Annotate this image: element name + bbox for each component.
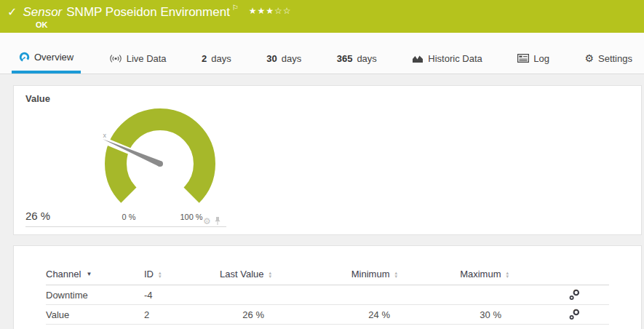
log-icon <box>517 54 529 63</box>
tab-365-days[interactable]: 365 days <box>330 33 384 74</box>
tab-label: Log <box>533 53 549 64</box>
cell-maximum: 30 % <box>397 309 509 320</box>
cell-channel[interactable]: Value <box>46 309 144 320</box>
tab-settings[interactable]: ⚙ Settings <box>577 33 640 74</box>
table-row-value: Value 2 26 % 24 % 30 % <box>46 305 609 325</box>
tab-live-data[interactable]: Live Data <box>102 33 174 74</box>
tab-label: days <box>211 53 231 64</box>
channel-table-panel: Channel ▼ ID ▴▾ Last Value ▴▾ Minimum ▴▾… <box>13 245 642 329</box>
header-label: ID <box>144 269 154 280</box>
live-data-icon <box>109 54 122 63</box>
gauge-settings-gear-icon[interactable]: ⚙ <box>203 217 211 226</box>
tab-number: 365 <box>337 53 353 64</box>
sensor-page: ✓ Sensor SNMP Poseidon Environment ⚐ ★★★… <box>0 0 644 329</box>
cell-id: -4 <box>144 290 202 301</box>
cell-channel[interactable]: Downtime <box>46 290 144 301</box>
cell-last-value: 26 % <box>202 309 271 320</box>
gauge-title: Value <box>25 93 50 104</box>
sensor-header: ✓ Sensor SNMP Poseidon Environment ⚐ ★★★… <box>0 0 644 33</box>
tab-label: days <box>282 53 301 64</box>
priority-stars[interactable]: ★★★☆☆ <box>249 6 292 16</box>
tab-bar: Overview Live Data 2 days 30 days 365 da… <box>0 33 644 74</box>
sort-desc-icon: ▼ <box>86 271 92 277</box>
gauge-icon <box>19 52 30 63</box>
header-minimum[interactable]: Minimum ▴▾ <box>271 269 397 280</box>
tab-30-days[interactable]: 30 days <box>259 33 309 74</box>
header-label: Maximum <box>460 269 501 280</box>
sensor-type-label: Sensor <box>23 5 62 20</box>
header-label: Last Value <box>220 269 263 280</box>
gauge-needle-label: x <box>103 132 107 139</box>
tab-label: days <box>357 53 376 64</box>
tab-label: Live Data <box>127 53 167 64</box>
status-badge: OK <box>36 20 48 29</box>
cell-minimum: 24 % <box>271 309 397 320</box>
header-label: Minimum <box>351 269 390 280</box>
sort-icons: ▴▾ <box>506 271 509 278</box>
star-empty-icons[interactable]: ☆☆ <box>274 6 292 16</box>
header-channel[interactable]: Channel ▼ <box>46 269 144 280</box>
gear-icon: ⚙ <box>584 53 594 63</box>
sort-icons: ▴▾ <box>159 271 162 278</box>
tab-log[interactable]: Log <box>510 33 557 74</box>
tab-2-days[interactable]: 2 days <box>194 33 239 74</box>
tab-label: Overview <box>34 52 73 63</box>
channel-settings-icon[interactable] <box>569 309 580 320</box>
status-check-icon: ✓ <box>7 5 17 20</box>
page-title: SNMP Poseidon Environment <box>66 5 230 20</box>
gauge-scale-min: 0 % <box>113 213 145 221</box>
gauge-divider <box>25 226 226 227</box>
historic-chart-icon <box>412 54 424 63</box>
cell-id: 2 <box>144 309 202 320</box>
header-id[interactable]: ID ▴▾ <box>144 269 202 280</box>
tab-overview[interactable]: Overview <box>12 33 81 74</box>
channel-table: Channel ▼ ID ▴▾ Last Value ▴▾ Minimum ▴▾… <box>14 263 641 325</box>
tab-label: Historic Data <box>428 53 482 64</box>
channel-settings-icon[interactable] <box>569 289 580 301</box>
gauge-chart: x <box>52 100 270 228</box>
header-last-value[interactable]: Last Value ▴▾ <box>202 269 271 280</box>
gauge-panel: Value x 0 % 100 % 26 % ⚙ <box>13 85 642 235</box>
star-filled-icons[interactable]: ★★★ <box>249 6 274 16</box>
gauge-current-value: 26 % <box>25 210 50 222</box>
pin-icon[interactable] <box>214 216 221 226</box>
gauge-arc <box>116 119 204 195</box>
flag-icon[interactable]: ⚐ <box>232 4 239 12</box>
header-maximum[interactable]: Maximum ▴▾ <box>397 269 509 280</box>
table-header-row: Channel ▼ ID ▴▾ Last Value ▴▾ Minimum ▴▾… <box>46 263 609 285</box>
table-row-downtime: Downtime -4 <box>46 285 609 305</box>
tab-label: Settings <box>598 53 632 64</box>
tab-number: 30 <box>266 53 277 64</box>
tab-number: 2 <box>202 53 207 64</box>
header-label: Channel <box>46 269 81 280</box>
tab-historic-data[interactable]: Historic Data <box>405 33 489 74</box>
